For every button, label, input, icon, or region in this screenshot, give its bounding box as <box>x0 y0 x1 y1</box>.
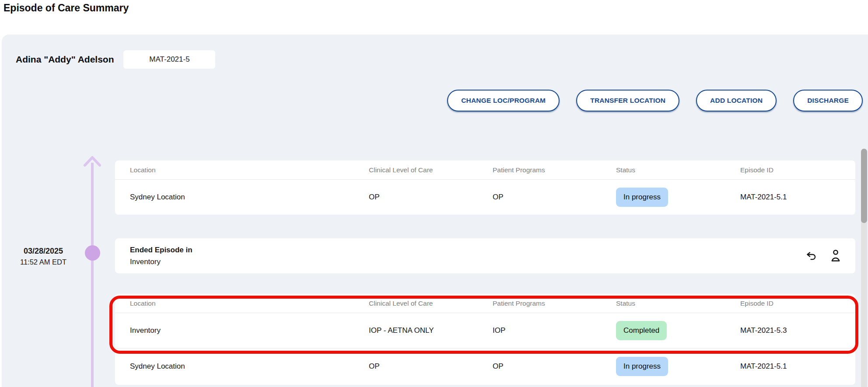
timeline-line <box>91 163 94 387</box>
cell-patient-programs: OP <box>493 362 616 371</box>
table-header-row: Location Clinical Level of Care Patient … <box>115 160 855 180</box>
patient-name: Adina "Addy" Adelson <box>16 54 114 65</box>
status-badge: In progress <box>616 357 668 376</box>
event-date: 03/28/2025 <box>12 247 74 256</box>
column-header-episode-id: Episode ID <box>740 300 855 307</box>
cell-clinical-level-of-care: IOP - AETNA ONLY <box>369 326 493 335</box>
status-badge: Completed <box>616 321 667 340</box>
column-header-status: Status <box>616 166 740 174</box>
column-header-patient-programs: Patient Programs <box>493 300 616 307</box>
undo-icon[interactable] <box>806 251 818 261</box>
user-icon[interactable] <box>829 249 842 263</box>
event-location: Inventory <box>130 256 855 268</box>
cell-location: Sydney Location <box>115 193 369 202</box>
event-title: Ended Episode in <box>130 244 855 256</box>
table-header-row: Location Clinical Level of Care Patient … <box>115 294 855 313</box>
table-row[interactable]: Sydney Location OP OP In progress MAT-20… <box>115 348 855 384</box>
patient-header: Adina "Addy" Adelson MAT-2021-5 <box>16 50 215 69</box>
cell-clinical-level-of-care: OP <box>369 193 493 202</box>
page-title: Episode of Care Summary <box>4 2 129 14</box>
event-description: Ended Episode in Inventory <box>115 238 855 273</box>
episode-summary-panel: Adina "Addy" Adelson MAT-2021-5 CHANGE L… <box>2 35 868 387</box>
scrollbar-track[interactable] <box>861 149 867 387</box>
cell-episode-id: MAT-2021-5.1 <box>740 193 855 202</box>
transfer-location-button[interactable]: TRANSFER LOCATION <box>576 90 679 112</box>
column-header-location: Location <box>115 300 369 307</box>
scrollbar-thumb[interactable] <box>861 149 867 223</box>
table-row-highlighted[interactable]: Inventory IOP - AETNA ONLY IOP Completed… <box>115 313 855 348</box>
column-header-clinical-level-of-care: Clinical Level of Care <box>369 300 493 307</box>
cell-episode-id: MAT-2021-5.3 <box>740 326 855 335</box>
cell-location: Sydney Location <box>115 362 369 371</box>
episode-id-badge: MAT-2021-5 <box>123 50 215 69</box>
column-header-location: Location <box>115 166 369 174</box>
cell-patient-programs: IOP <box>493 326 616 335</box>
table-row[interactable]: Sydney Location OP OP In progress MAT-20… <box>115 180 855 215</box>
cell-location: Inventory <box>115 326 369 335</box>
timeline-event-dot <box>85 245 100 261</box>
action-button-row: CHANGE LOC/PROGRAM TRANSFER LOCATION ADD… <box>447 90 863 112</box>
column-header-episode-id: Episode ID <box>740 166 855 174</box>
discharge-button[interactable]: DISCHARGE <box>793 90 863 112</box>
event-time: 11:52 AM EDT <box>12 258 74 266</box>
column-header-status: Status <box>616 300 740 307</box>
cell-clinical-level-of-care: OP <box>369 362 493 371</box>
column-header-clinical-level-of-care: Clinical Level of Care <box>369 166 493 174</box>
cell-episode-id: MAT-2021-5.1 <box>740 362 855 371</box>
episode-event-card: Ended Episode in Inventory <box>115 238 855 273</box>
add-location-button[interactable]: ADD LOCATION <box>696 90 777 112</box>
cell-patient-programs: OP <box>493 193 616 202</box>
current-episode-table: Location Clinical Level of Care Patient … <box>115 160 855 215</box>
timeline-timestamp: 03/28/2025 11:52 AM EDT <box>12 247 74 266</box>
status-badge: In progress <box>616 188 668 207</box>
event-actions <box>806 238 842 273</box>
episode-history-table: Location Clinical Level of Care Patient … <box>115 294 855 385</box>
column-header-patient-programs: Patient Programs <box>493 166 616 174</box>
change-loc-program-button[interactable]: CHANGE LOC/PROGRAM <box>447 90 560 112</box>
